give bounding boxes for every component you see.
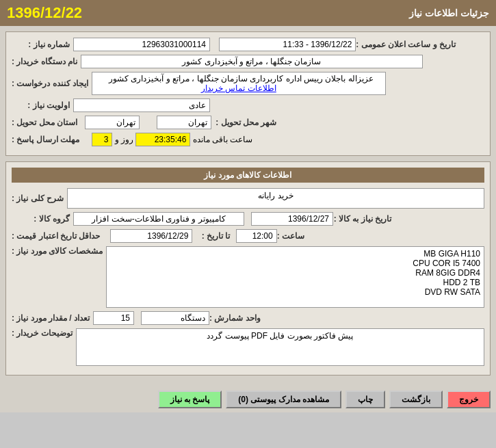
org-value: سازمان جنگلها ، مراتع و آبخیزداری کشور xyxy=(81,55,423,68)
spec-line-5: DVD RW SATA xyxy=(110,287,480,297)
delivery-city-label: شهر محل تحویل : xyxy=(216,118,280,127)
quantity-value: 15 xyxy=(93,311,134,325)
validity-date-label: تا تاریخ : xyxy=(192,231,233,241)
need-date-value: 1396/12/27 xyxy=(251,212,333,226)
priority-value: عادی xyxy=(73,98,210,112)
request-creator-link[interactable]: اطلاعات تماس خریدار xyxy=(201,83,276,93)
respond-button[interactable]: پاسخ به نیاز xyxy=(158,391,222,408)
date-label: تاریخ و ساعت اعلان عمومی : xyxy=(356,40,459,49)
deadline-row: ساعت باقی مانده 23:35:46 روز و 3 مهلت ار… xyxy=(12,133,484,146)
description-value: خرید رایانه xyxy=(67,188,484,209)
org-row: سازمان جنگلها ، مراتع و آبخیزداری کشور ن… xyxy=(12,55,484,68)
spec-line-1: MB GIGA H110 xyxy=(110,249,480,259)
unit-label: واحد شمارش : xyxy=(209,313,264,323)
notes-row: پیش فاکتور بصورت فایل PDF پیوست گردد توض… xyxy=(12,328,484,366)
delivery-row: شهر محل تحویل : تهران تهران استان محل تح… xyxy=(12,116,484,129)
delivery-province-value: تهران xyxy=(85,116,140,129)
deadline-label: مهلت ارسال پاسخ : xyxy=(12,135,83,144)
notes-value: پیش فاکتور بصورت فایل PDF پیوست گردد xyxy=(76,328,484,366)
validity-label: حداقل تاریخ اعتبار قیمت : xyxy=(12,231,103,241)
delivery-city-value: تهران xyxy=(157,116,211,129)
spec-line-3: RAM 8GIG DDR4 xyxy=(110,268,480,278)
delivery-province-label: استان محل تحویل : xyxy=(12,118,81,127)
validity-time-label: ساعت : xyxy=(277,231,308,241)
need-number-label: شماره نیاز : xyxy=(12,40,73,49)
priority-label: اولویت نیاز : xyxy=(12,101,73,110)
unit-value: دستگاه xyxy=(141,311,209,325)
need-number-value: 12963031000114 xyxy=(73,38,210,51)
specs-textarea[interactable]: MB GIGA H110 CPU COR I5 7400 RAM 8GIG DD… xyxy=(106,246,484,308)
top-info-section: تاریخ و ساعت اعلان عمومی : 1396/12/22 - … xyxy=(5,31,491,156)
deadline-time-label: روز و xyxy=(115,135,133,144)
deadline-time: 23:35:46 xyxy=(135,133,190,146)
deadline-remaining: ساعت باقی مانده xyxy=(193,135,253,144)
description-label: شرح کلی نیاز : xyxy=(12,194,67,203)
validity-row: ساعت : 12:00 تا تاریخ : 1396/12/29 حداقل… xyxy=(12,229,484,243)
goods-section-title: اطلاعات کالاهای مورد نیاز xyxy=(12,168,484,183)
priority-row: عادی اولویت نیاز : xyxy=(12,98,484,112)
header-bar: جزئیات اطلاعات نیاز 1396/12/22 xyxy=(0,0,496,26)
exit-button[interactable]: خروج xyxy=(447,391,491,408)
need-date-label: تاریخ نیاز به کالا : xyxy=(333,214,395,224)
need-number-row: تاریخ و ساعت اعلان عمومی : 1396/12/22 - … xyxy=(12,38,484,51)
specs-row: MB GIGA H110 CPU COR I5 7400 RAM 8GIG DD… xyxy=(12,246,484,308)
print-button[interactable]: چاپ xyxy=(345,391,385,408)
org-label: نام دستگاه خریدار : xyxy=(12,57,81,66)
deadline-days: 3 xyxy=(92,133,112,146)
back-button[interactable]: بازگشت xyxy=(389,391,443,408)
spec-line-2: CPU COR I5 7400 xyxy=(110,259,480,268)
category-value: کامپیوتر و فناوری اطلاعات-سخت افزار xyxy=(73,212,244,226)
notes-label: توضیحات خریدار : xyxy=(12,328,76,338)
spec-line-4: HDD 2 TB xyxy=(110,278,480,287)
request-creator-value: عزیزاله باجلان رییس اداره کاربرداری سازم… xyxy=(109,74,374,83)
request-creator-label: ایجاد کننده درخواست : xyxy=(12,79,92,88)
request-creator-row: عزیزاله باجلان رییس اداره کاربرداری سازم… xyxy=(12,72,484,95)
header-date: 1396/12/22 xyxy=(7,4,82,22)
goods-section: اطلاعات کالاهای مورد نیاز خرید رایانه شر… xyxy=(5,161,491,375)
validity-time: 12:00 xyxy=(236,229,277,243)
category-need-row: تاریخ نیاز به کالا : 1396/12/27 کامپیوتر… xyxy=(12,212,484,226)
description-row: خرید رایانه شرح کلی نیاز : xyxy=(12,188,484,209)
view-docs-button[interactable]: مشاهده مدارک پیوستی (0) xyxy=(226,391,341,408)
bottom-buttons: خروج بازگشت چاپ مشاهده مدارک پیوستی (0) … xyxy=(0,386,496,412)
category-label: گروه کالا : xyxy=(12,214,73,224)
validity-date: 1396/12/29 xyxy=(110,229,192,243)
specs-label: مشخصات کالای مورد نیاز : xyxy=(12,246,106,256)
header-title: جزئیات اطلاعات نیاز xyxy=(409,8,489,18)
quantity-label: تعداد / مقدار مورد نیاز : xyxy=(12,313,93,323)
date-value: 1396/12/22 - 11:33 xyxy=(219,38,356,51)
quantity-row: واحد شمارش : دستگاه 15 تعداد / مقدار مور… xyxy=(12,311,484,325)
